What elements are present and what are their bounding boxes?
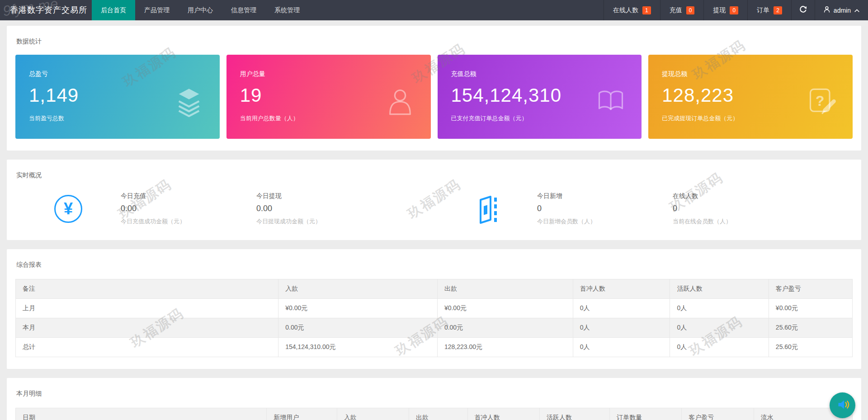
person-icon (385, 86, 415, 117)
user-icon (823, 6, 830, 14)
status-badge: 1 (642, 6, 651, 14)
stat-label: 今日充值 (121, 192, 256, 200)
report-table-wrap: 备注 入款 出款 首冲人数 活跃人数 客户盈亏 上月 ¥0.00元 ¥0.00元… (7, 269, 861, 369)
status-label: 订单 (757, 6, 769, 14)
cell: ¥0.00元 (278, 299, 438, 318)
stat-label: 在线人数 (673, 192, 852, 200)
layers-icon (174, 86, 204, 117)
status-orders[interactable]: 订单 2 (747, 0, 791, 20)
status-label: 充值 (670, 6, 682, 14)
sound-float-button[interactable] (830, 392, 855, 418)
column-header: 客户盈亏 (682, 408, 754, 420)
panel-summary-report: 综合报表 备注 入款 出款 首冲人数 活跃人数 客户盈亏 (7, 249, 861, 369)
topbar: 香港数字资产交易所 后台首页 产品管理 用户中心 信息管理 系统管理 在线人数 … (0, 0, 868, 20)
column-header: 出款 (437, 279, 573, 299)
cell: 总计 (16, 338, 278, 357)
speaker-icon (835, 397, 850, 414)
status-label: 在线人数 (613, 6, 638, 14)
nav-item-system[interactable]: 系统管理 (265, 0, 309, 20)
stat-card-total-profit: 总盈亏 1,149 当前盈亏总数 (15, 55, 220, 139)
main-nav: 后台首页 产品管理 用户中心 信息管理 系统管理 (92, 0, 309, 20)
section-title: 综合报表 (7, 249, 861, 269)
yen-circle-icon: ¥ (54, 195, 82, 223)
refresh-button[interactable] (791, 0, 815, 20)
cell: 0人 (670, 338, 769, 357)
cell: 0人 (670, 299, 769, 318)
cell: ¥0.00元 (437, 299, 573, 318)
stat-card-total-users: 用户总量 19 当前用户总数量（人） (226, 55, 431, 139)
cell: 25.60元 (769, 318, 852, 338)
stat-label: 今日新增 (537, 192, 673, 200)
panel-realtime-overview: 实时概况 ¥ 今日充值 0.00 今日充值成功金额（元） 今日提现 0.00 今… (7, 160, 861, 240)
column-header: 入款 (337, 408, 409, 420)
column-header: 订单数量 (610, 408, 682, 420)
cell: 0人 (573, 338, 670, 357)
section-title: 实时概况 (7, 160, 861, 179)
column-header: 首冲人数 (467, 408, 539, 420)
column-header: 活跃人数 (539, 408, 609, 420)
svg-text:?: ? (816, 93, 824, 109)
column-header: 活跃人数 (670, 279, 769, 299)
status-online-users[interactable]: 在线人数 1 (604, 0, 660, 20)
nav-item-info[interactable]: 信息管理 (222, 0, 265, 20)
stat-value: 0.00 (121, 204, 256, 213)
stat-card-total-withdraw: 提现总额 128,223 已完成提现订单总金额（元） ? (648, 55, 853, 139)
nav-item-users[interactable]: 用户中心 (179, 0, 222, 20)
stat-card-total-recharge: 充值总额 154,124,310 已支付充值订单总金额（元） (438, 55, 642, 139)
stat-caption: 当前在线会员数（人） (673, 217, 852, 226)
realtime-stat-today-withdraw: 今日提现 0.00 今日提现成功金额（元） (256, 192, 473, 226)
column-header: 首冲人数 (573, 279, 670, 299)
user-name: admin (834, 7, 851, 14)
section-title: 本月明细 (7, 378, 861, 398)
column-header: 客户盈亏 (769, 279, 852, 299)
cell: 154,124,310.00元 (278, 338, 438, 357)
stat-label: 今日提现 (256, 192, 473, 200)
stat-cards: 总盈亏 1,149 当前盈亏总数 用户总量 19 当前用户总数量（人） (7, 46, 861, 151)
column-header: 入款 (278, 279, 438, 299)
card-label: 充值总额 (451, 70, 628, 78)
building-icon (473, 194, 503, 224)
user-menu[interactable]: admin (815, 0, 868, 20)
open-book-icon (595, 86, 626, 117)
chevron-up-icon (854, 7, 860, 14)
table-row: 总计 154,124,310.00元 128,223.00元 0人 0人 25.… (16, 338, 853, 357)
table-row: 本月 0.00元 0.00元 0人 0人 25.60元 (16, 318, 853, 338)
stat-value: 0 (537, 204, 673, 213)
cell: 25.60元 (769, 338, 852, 357)
table-header-row: 备注 入款 出款 首冲人数 活跃人数 客户盈亏 (16, 279, 853, 299)
detail-table: 日期 新增用户 入款 出款 首冲人数 活跃人数 订单数量 客户盈亏 流水 202… (15, 408, 853, 420)
card-label: 用户总量 (240, 70, 417, 78)
app-logo: 香港数字资产交易所 (0, 0, 92, 20)
cell: 0.00元 (437, 318, 573, 338)
nav-item-dashboard[interactable]: 后台首页 (92, 0, 135, 20)
table-row: 上月 ¥0.00元 ¥0.00元 0人 0人 ¥0.00元 (16, 299, 853, 318)
table-header-row: 日期 新增用户 入款 出款 首冲人数 活跃人数 订单数量 客户盈亏 流水 (16, 408, 853, 420)
section-title: 数据统计 (7, 26, 861, 46)
stat-caption: 今日提现成功金额（元） (256, 217, 473, 226)
main-content: 数据统计 总盈亏 1,149 当前盈亏总数 用户总量 19 当前 (0, 20, 868, 420)
status-badge: 0 (730, 6, 738, 14)
realtime-stat-new-today: 今日新增 0 今日新增会员数（人） (537, 192, 673, 226)
report-table: 备注 入款 出款 首冲人数 活跃人数 客户盈亏 上月 ¥0.00元 ¥0.00元… (15, 279, 853, 357)
stat-value: 0.00 (256, 204, 473, 213)
status-withdraw[interactable]: 提现 0 (703, 0, 747, 20)
cell: 0人 (573, 318, 670, 338)
column-header: 新增用户 (267, 408, 337, 420)
realtime-stat-online: 在线人数 0 当前在线会员数（人） (673, 192, 852, 226)
refresh-icon (799, 5, 807, 15)
status-badge: 0 (686, 6, 695, 14)
help-edit-icon: ? (807, 86, 837, 117)
yen-glyph: ¥ (64, 199, 73, 218)
panel-month-detail: 本月明细 日期 新增用户 入款 出款 首冲人数 活跃人数 订单数量 (7, 378, 861, 420)
stat-caption: 今日新增会员数（人） (537, 217, 673, 226)
nav-item-products[interactable]: 产品管理 (135, 0, 179, 20)
column-header: 日期 (16, 408, 267, 420)
status-label: 提现 (713, 6, 726, 14)
detail-table-wrap: 日期 新增用户 入款 出款 首冲人数 活跃人数 订单数量 客户盈亏 流水 202… (7, 398, 861, 420)
column-header: 出款 (409, 408, 467, 420)
realtime-stat-today-recharge: 今日充值 0.00 今日充值成功金额（元） (121, 192, 256, 226)
cell: 0.00元 (278, 318, 438, 338)
status-recharge[interactable]: 充值 0 (660, 0, 704, 20)
stat-caption: 今日充值成功金额（元） (121, 217, 256, 226)
cell: 0人 (573, 299, 670, 318)
